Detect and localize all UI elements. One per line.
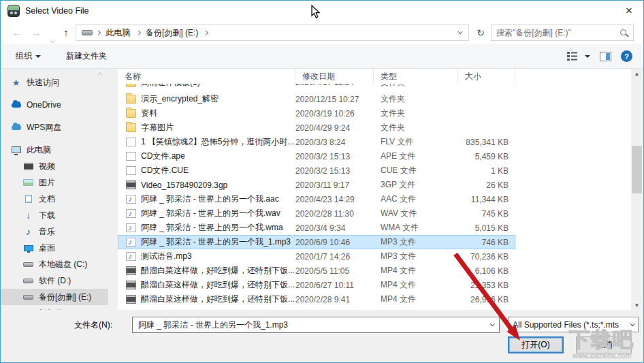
file-row[interactable]: 阿肆 _ 郭采洁 - 世界上的另一个我.wma 2020/3/4 9:34 WM… [118, 221, 515, 235]
cancel-button[interactable]: 取消 [576, 336, 632, 353]
scrollbar-thumb[interactable] [632, 146, 642, 193]
file-size: 70,236 KB [458, 252, 515, 262]
sidebar-item[interactable]: 图片 [1, 174, 108, 191]
up-icon[interactable]: ↑ [58, 25, 74, 40]
organize-caret-icon [35, 55, 41, 58]
file-date: 2020/6/27 10:11 [295, 281, 374, 290]
preview-pane-icon[interactable] [600, 52, 611, 61]
open-button[interactable]: 打开(O) [508, 336, 564, 353]
file-type: 文件夹 [374, 108, 458, 119]
sidebar-item[interactable]: 视频 [1, 158, 108, 174]
file-row[interactable]: 阿肆 _ 郭采洁 - 世界上的另一个我_1.mp3 2020/6/9 10:46… [118, 235, 515, 249]
back-icon[interactable]: ← [9, 25, 25, 40]
file-row[interactable]: Video_1578490209.3gp 2020/3/11 9:17 3GP … [118, 178, 515, 192]
sidebar-item-icon [22, 193, 34, 205]
list-scrollbar[interactable]: ▲ ▼ [631, 69, 643, 311]
file-type-icon [126, 209, 136, 218]
file-row[interactable]: 阿肆 _ 郭采洁 - 世界上的另一个我.wav 2020/2/28 11:30 … [118, 206, 515, 221]
sidebar-item-label: 本地磁盘 (C:) [39, 259, 87, 270]
sidebar-item[interactable]: 下载 [1, 207, 108, 223]
file-row[interactable]: 醋溜白菜这样做，好吃到爆，还特别下饭... 2020/5/5 11:05 MP4… [118, 264, 515, 278]
file-size: 26 KB [458, 180, 515, 190]
file-name: 测试语音.mp3 [141, 251, 192, 262]
file-row[interactable]: 测试语音.mp3 2020/1/7 14:26 MP3 文件 70,236 KB [118, 249, 515, 264]
file-size: 26,916 KB [458, 295, 515, 304]
filename-input[interactable]: 阿肆 _ 郭采洁 - 世界上的另一个我_1.mp3 [138, 319, 491, 331]
file-row[interactable]: CD文件.ape 2020/3/2 15:13 APE 文件 5,459 KB [118, 149, 515, 163]
forward-icon[interactable]: → [28, 25, 44, 40]
file-type: MP4 文件 [374, 265, 458, 277]
sidebar-item-icon [22, 177, 34, 189]
file-date: 2020/3/11 9:17 [295, 180, 374, 190]
sidebar-item-label: 音乐 [39, 226, 55, 238]
file-date: 2020/1/7 14:26 [295, 252, 374, 262]
sidebar-item-label: 此电脑 [27, 144, 51, 156]
file-row[interactable]: 高清证件模板(1) 2020/4/17 11:24 文件夹 [118, 84, 515, 92]
file-row[interactable]: 醋溜白菜这样做，好吃到爆，还特别下饭... 2020/6/27 10:11 MP… [118, 278, 515, 292]
navigation-pane: 快速访问 OneDrive [1, 69, 118, 314]
file-row[interactable]: 阿肆 _ 郭采洁 - 世界上的另一个我.aac 2020/4/23 14:29 … [118, 192, 515, 206]
column-header-type[interactable]: 类型 [374, 69, 458, 84]
column-header-filler [515, 69, 643, 84]
sidebar-item[interactable]: 软件 (D:) [1, 272, 108, 289]
sidebar-item-label: 桌面 [39, 242, 55, 254]
sidebar-item[interactable]: 本地磁盘 (C:) [1, 256, 108, 272]
file-row[interactable]: 1 【笑镇惊魂2】恐怖5分钟，逛街两小时... 2020/3/3 8:24 FL… [118, 135, 515, 149]
sidebar-item-icon [10, 99, 22, 111]
file-row[interactable]: 醋溜白菜这样做，好吃到爆，还特别下饭... 2020/2/28 9:41 MP4… [118, 292, 515, 306]
file-name: 资料 [141, 108, 157, 119]
file-date: 2020/3/19 10:26 [295, 109, 374, 119]
file-type: 3GP 文件 [374, 179, 458, 191]
search-input[interactable]: 搜索"备份[勿删] (E:)" [496, 27, 619, 39]
filetype-select[interactable]: All Supported Files (*.ts;*.mts [508, 317, 639, 332]
sidebar-item-label: WPS网盘 [27, 122, 61, 133]
file-type: MP3 文件 [374, 251, 458, 262]
file-row[interactable]: CD文件.CUE 2020/3/2 15:13 CUE 文件 1 KB [118, 163, 515, 178]
column-header-date[interactable]: 修改日期 [295, 69, 374, 84]
address-dropdown-chevron-icon[interactable] [458, 29, 462, 33]
file-row[interactable]: 资料 2020/3/19 10:26 文件夹 [118, 106, 515, 121]
change-view-button[interactable] [567, 52, 590, 61]
file-date: 2020/3/3 8:24 [295, 138, 374, 147]
view-caret-icon [585, 55, 590, 58]
scroll-up-icon[interactable]: ▲ [631, 69, 643, 80]
filename-dropdown-chevron-icon[interactable] [490, 321, 494, 326]
sidebar-item[interactable]: OneDrive [1, 97, 108, 113]
breadcrumb-item[interactable]: 此电脑 [101, 27, 142, 39]
search-icon[interactable] [619, 29, 628, 37]
sidebar-item[interactable]: 桌面 [1, 240, 108, 256]
refresh-icon[interactable]: ↻ [473, 25, 488, 41]
file-type-icon [126, 138, 136, 146]
file-type-icon [126, 84, 136, 87]
organize-button[interactable]: 组织 [16, 44, 41, 68]
list-view-icon [567, 52, 577, 61]
search-box[interactable]: 搜索"备份[勿删] (E:)" [491, 25, 634, 41]
file-row[interactable]: 演示_encrypted_解密 2020/12/15 10:27 文件夹 [118, 92, 515, 106]
sidebar-item[interactable]: 此电脑 [1, 142, 108, 158]
sidebar-item[interactable]: 文档 [1, 191, 108, 207]
breadcrumb-item[interactable]: 备份[勿删] (E:) [141, 27, 209, 39]
file-row[interactable]: 字幕图片 2020/4/29 9:24 文件夹 [118, 121, 515, 135]
navigation-row: ← → ↑ 此电脑 备份[勿删] (E:) [1, 21, 643, 44]
help-icon[interactable]: ? [621, 50, 632, 62]
address-bar[interactable]: 此电脑 备份[勿删] (E:) [76, 25, 469, 41]
column-header-size[interactable]: 大小 [458, 69, 515, 84]
sidebar-item-icon [22, 210, 34, 221]
sidebar-item-label: 快速访问 [27, 77, 59, 89]
file-type: APE 文件 [374, 151, 458, 162]
file-type: MP4 文件 [374, 279, 458, 291]
close-icon[interactable]: × [620, 3, 638, 19]
sidebar-item[interactable]: WPS网盘 [1, 119, 108, 136]
filename-combobox[interactable]: 阿肆 _ 郭采洁 - 世界上的另一个我_1.mp3 [132, 317, 500, 333]
file-date: 2020/5/5 11:05 [295, 266, 374, 276]
sidebar-item-label: 文档 [39, 193, 55, 205]
sidebar-item-icon [22, 275, 34, 287]
sidebar-item[interactable]: 音乐 [1, 223, 108, 240]
file-date: 2020/4/23 14:29 [295, 195, 374, 204]
column-header-name[interactable]: 名称 [118, 69, 295, 84]
sidebar-item[interactable]: 备份[勿删] (E:) [1, 289, 108, 305]
sidebar-item[interactable]: 快速访问 [1, 74, 108, 91]
sidebar-item-label: 软件 (D:) [39, 275, 71, 287]
new-folder-button[interactable]: 新建文件夹 [66, 44, 107, 68]
file-date: 2020/4/29 9:24 [295, 123, 374, 133]
